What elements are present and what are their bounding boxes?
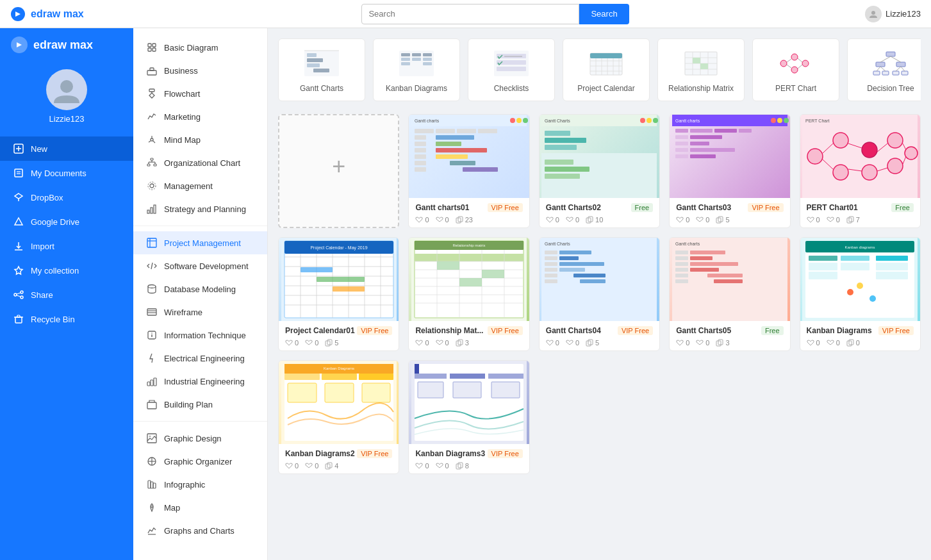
diagram-card-new[interactable]: + xyxy=(278,114,399,228)
diagram-card-gantt02[interactable]: Gantt Charts Gantt xyxy=(539,114,660,228)
gantt05-copies: 3 xyxy=(716,339,729,347)
diagram-card-kanban03[interactable]: Kanban Diagrams Kanban Diagrams xyxy=(408,360,529,474)
svg-rect-45 xyxy=(147,210,149,213)
content-area: Gantt Charts Kanban xyxy=(268,28,931,560)
sidebar-item-share[interactable]: Share xyxy=(0,283,133,307)
search-button[interactable]: Search xyxy=(579,4,629,24)
middle-nav-information-technique[interactable]: Information Technique xyxy=(133,324,267,347)
sidebar-username: Lizzie123 xyxy=(49,114,85,124)
middle-nav-org-chart[interactable]: Organizational Chart xyxy=(133,151,267,174)
middle-nav-graphic-design[interactable]: Graphic Design xyxy=(133,427,267,450)
kanban02-hearts: 0 xyxy=(305,462,318,470)
diagram-card-gantt03[interactable]: Gantt charts xyxy=(669,114,790,228)
diagram-card-gantt04[interactable]: Gantt Charts xyxy=(539,237,660,351)
svg-point-291 xyxy=(847,289,853,295)
template-card-decision-tree[interactable]: Decision Tree xyxy=(847,38,921,101)
graphic-design-label: Graphic Design xyxy=(164,434,222,443)
gantt01-badge: VIP Free xyxy=(488,203,523,212)
google-drive-icon xyxy=(13,216,24,227)
svg-text:Kanban diagrams: Kanban diagrams xyxy=(845,245,875,249)
middle-nav-wireframe[interactable]: Wireframe xyxy=(133,301,267,324)
svg-rect-245 xyxy=(437,261,459,270)
middle-nav-building-plan[interactable]: Building Plan xyxy=(133,393,267,416)
middle-nav-management[interactable]: Management xyxy=(133,174,267,197)
middle-nav-marketing[interactable]: Marketing xyxy=(133,105,267,128)
diagram-card-kanban01[interactable]: Kanban diagrams xyxy=(800,237,921,351)
middle-nav: Basic Diagram Business Flowchart Marketi… xyxy=(133,28,268,560)
sidebar-item-new-label: New xyxy=(31,144,47,154)
svg-rect-308 xyxy=(362,383,390,402)
relationship01-likes: 0 xyxy=(415,339,429,347)
kanban01-title: Kanban Diagrams xyxy=(807,326,872,335)
svg-rect-234 xyxy=(415,254,523,261)
calendar01-likes: 0 xyxy=(285,339,299,347)
svg-rect-36 xyxy=(151,158,153,160)
svg-rect-185 xyxy=(675,154,688,158)
diagram-card-pert01[interactable]: PERT Chart xyxy=(800,114,921,228)
nav-divider-2 xyxy=(133,421,267,422)
template-card-gantt-charts[interactable]: Gantt Charts xyxy=(278,38,365,101)
gantt02-copies: 10 xyxy=(586,216,603,224)
svg-rect-83 xyxy=(412,53,421,56)
svg-rect-273 xyxy=(690,262,738,266)
middle-nav-industrial[interactable]: Industrial Engineering xyxy=(133,370,267,393)
sidebar-item-recycle-bin[interactable]: Recycle Bin xyxy=(0,307,133,331)
middle-nav-infographic[interactable]: Infographic xyxy=(133,473,267,496)
template-card-pert-chart[interactable]: PERT Chart xyxy=(752,38,839,101)
calendar01-copies: 5 xyxy=(325,339,338,347)
middle-nav-database-modeling[interactable]: Database Modeling xyxy=(133,277,267,301)
svg-line-117 xyxy=(787,65,791,68)
graphic-organizer-icon xyxy=(146,456,158,467)
template-card-relationship-matrix[interactable]: Relationship Matrix xyxy=(657,38,745,101)
sidebar-item-share-label: Share xyxy=(31,290,53,300)
middle-nav-graphic-organizer[interactable]: Graphic Organizer xyxy=(133,450,267,473)
gantt04-thumb: Gantt Charts xyxy=(540,238,659,321)
svg-point-293 xyxy=(869,295,876,302)
middle-nav-graphs-charts[interactable]: Graphs and Charts xyxy=(133,519,267,542)
middle-nav-software-dev[interactable]: Software Development xyxy=(133,254,267,277)
middle-nav-flowchart[interactable]: Flowchart xyxy=(133,82,267,105)
org-chart-label: Organizational Chart xyxy=(164,158,240,168)
svg-rect-140 xyxy=(457,129,476,133)
svg-rect-24 xyxy=(152,44,156,47)
diagram-card-relationship01[interactable]: Relationship matrix xyxy=(408,237,529,351)
checklists-icon xyxy=(493,49,529,78)
svg-rect-63 xyxy=(147,434,156,443)
gantt01-hearts: 0 xyxy=(436,216,449,224)
middle-nav-map[interactable]: Map xyxy=(133,496,267,519)
sidebar-item-my-collection[interactable]: My collection xyxy=(0,258,133,283)
sidebar-item-dropbox[interactable]: DropBox xyxy=(0,185,133,210)
diagram-card-gantt05[interactable]: Gantt charts xyxy=(669,237,790,351)
template-card-checklists[interactable]: Checklists xyxy=(468,38,555,101)
user-section: Lizzie123 xyxy=(865,6,921,22)
svg-point-174 xyxy=(784,118,789,123)
svg-rect-146 xyxy=(415,148,426,152)
svg-line-51 xyxy=(151,263,152,269)
svg-point-71 xyxy=(151,506,153,508)
svg-text:PERT Chart: PERT Chart xyxy=(805,119,830,123)
avatar xyxy=(46,69,87,110)
search-input[interactable] xyxy=(361,4,579,24)
sidebar-item-new[interactable]: New xyxy=(0,136,133,161)
sidebar-item-google-drive[interactable]: Google Drive xyxy=(0,210,133,234)
sidebar-item-my-documents[interactable]: My Documents xyxy=(0,161,133,185)
graphic-organizer-label: Graphic Organizer xyxy=(164,457,232,466)
template-card-project-calendar[interactable]: Project Calendar xyxy=(563,38,650,101)
sidebar-item-import[interactable]: Import xyxy=(0,234,133,258)
diagram-card-gantt01[interactable]: Gantt charts xyxy=(408,114,529,228)
middle-nav-strategy[interactable]: Strategy and Planning xyxy=(133,197,267,220)
middle-nav-business[interactable]: Business xyxy=(133,59,267,82)
middle-nav-basic-diagram[interactable]: Basic Diagram xyxy=(133,36,267,59)
middle-nav-project-management[interactable]: Project Management xyxy=(133,231,267,254)
middle-nav-electrical[interactable]: Electrical Engineering xyxy=(133,347,267,370)
diagram-card-kanban02[interactable]: Kanban Diagrams Kanban Diagrams2 xyxy=(278,360,399,474)
svg-rect-22 xyxy=(17,315,20,317)
svg-text:Gantt charts: Gantt charts xyxy=(675,119,700,123)
template-card-kanban-diagrams[interactable]: Kanban Diagrams xyxy=(373,38,460,101)
diagram-card-calendar01[interactable]: Project Calendar - May 2019 xyxy=(278,237,399,351)
middle-nav-mind-map[interactable]: Mind Map xyxy=(133,128,267,151)
gantt03-badge: VIP Free xyxy=(748,203,783,212)
project-calendar-icon xyxy=(588,49,624,78)
mind-map-label: Mind Map xyxy=(164,135,201,145)
svg-rect-268 xyxy=(675,251,688,254)
